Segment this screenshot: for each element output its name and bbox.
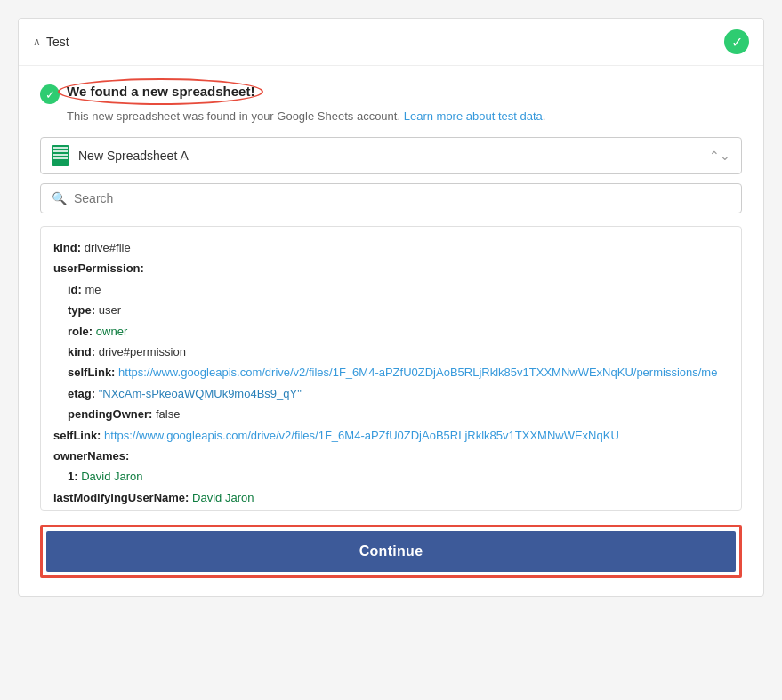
data-field-row: 1: David Jaron xyxy=(53,466,729,487)
found-title: We found a new spreadsheet! xyxy=(67,84,254,99)
data-field-row: type: user xyxy=(53,300,729,320)
data-field-key: id: xyxy=(68,283,85,296)
main-card: ∧ Test ✓ ✓ We found a new spreadsheet! T… xyxy=(18,18,764,597)
data-field-value: David Jaron xyxy=(192,491,254,504)
continue-button[interactable]: Continue xyxy=(46,531,736,572)
found-message-row: ✓ We found a new spreadsheet! xyxy=(40,84,742,104)
data-field-key: 1: xyxy=(68,470,81,483)
data-field-row: userPermission: xyxy=(53,258,729,278)
data-field-key: selfLink: xyxy=(68,366,118,379)
data-field-value: "NXcAm-sPkeoaWQMUk9mo4Bs9_qY" xyxy=(99,387,302,400)
data-fields-container[interactable]: kind: drive#fileuserPermission: id: mety… xyxy=(40,226,742,511)
data-field-row: lastModifyingUserName: David Jaron xyxy=(53,487,729,508)
dropdown-arrows-icon: ⌃⌄ xyxy=(709,149,730,163)
card-body: ✓ We found a new spreadsheet! This new s… xyxy=(19,66,763,596)
data-field-value: drive#permission xyxy=(99,345,186,358)
data-field-value: me xyxy=(85,283,101,296)
search-container: 🔍 xyxy=(40,183,742,213)
data-field-key: ownerNames: xyxy=(53,449,129,463)
data-field-key: pendingOwner: xyxy=(68,407,156,421)
header-success-icon: ✓ xyxy=(724,29,749,54)
header-title-group: ∧ Test xyxy=(33,35,69,49)
data-field-key: userPermission: xyxy=(53,261,144,275)
data-field-row: editable: true xyxy=(53,508,729,511)
sheets-icon xyxy=(52,145,69,166)
data-field-value: drive#file xyxy=(85,241,131,254)
learn-more-link[interactable]: Learn more about test data xyxy=(404,109,543,123)
chevron-up-icon: ∧ xyxy=(33,36,41,48)
search-icon: 🔍 xyxy=(52,191,67,205)
data-field-key: etag: xyxy=(68,387,99,400)
data-field-value: user xyxy=(99,303,121,317)
spreadsheet-dropdown[interactable]: New Spreadsheet A ⌃⌄ xyxy=(40,137,742,174)
card-header: ∧ Test ✓ xyxy=(19,19,763,66)
data-field-key: role: xyxy=(68,325,96,338)
data-field-row: kind: drive#file xyxy=(53,237,729,258)
data-field-row: id: me xyxy=(53,279,729,300)
data-field-value: https://www.googleapis.com/drive/v2/file… xyxy=(104,429,619,442)
data-field-row: etag: "NXcAm-sPkeoaWQMUk9mo4Bs9_qY" xyxy=(53,383,729,404)
data-field-key: type: xyxy=(68,303,99,317)
data-field-key: selfLink: xyxy=(53,429,104,442)
found-subtitle: This new spreadsheet was found in your G… xyxy=(67,109,742,123)
dropdown-label: New Spreadsheet A xyxy=(78,149,189,163)
data-field-row: role: owner xyxy=(53,321,729,342)
data-field-value: https://www.googleapis.com/drive/v2/file… xyxy=(118,366,717,379)
data-field-key: lastModifyingUserName: xyxy=(53,491,192,504)
data-field-row: kind: drive#permission xyxy=(53,342,729,362)
continue-button-wrapper: Continue xyxy=(40,525,742,578)
dropdown-left: New Spreadsheet A xyxy=(52,145,189,166)
data-field-value: David Jaron xyxy=(81,470,142,483)
data-field-value: false xyxy=(156,407,180,421)
found-title-wrapper: We found a new spreadsheet! xyxy=(67,84,254,100)
data-field-key: kind: xyxy=(53,241,85,254)
header-title: Test xyxy=(46,35,69,49)
data-field-row: pendingOwner: false xyxy=(53,404,729,424)
search-input[interactable] xyxy=(74,191,730,205)
data-field-row: selfLink: https://www.googleapis.com/dri… xyxy=(53,425,729,446)
data-field-value: owner xyxy=(96,325,127,338)
data-field-row: selfLink: https://www.googleapis.com/dri… xyxy=(53,362,729,382)
data-field-row: ownerNames: xyxy=(53,446,729,466)
data-field-key: kind: xyxy=(68,345,99,358)
found-success-icon: ✓ xyxy=(40,84,60,104)
